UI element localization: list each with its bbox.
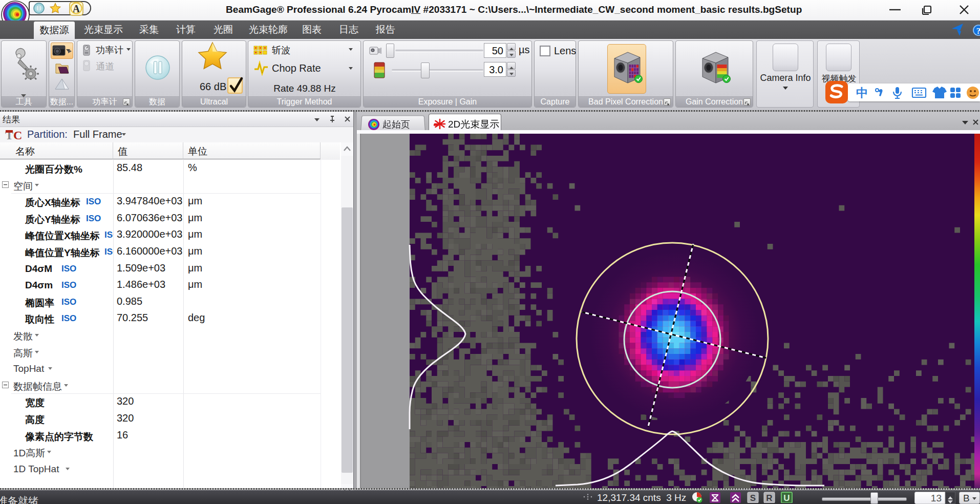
svg-text:U: U xyxy=(783,493,790,503)
svg-text:中: 中 xyxy=(856,86,868,99)
svg-text:R: R xyxy=(766,493,772,503)
svg-text:S: S xyxy=(750,493,756,503)
svg-text:?: ? xyxy=(976,26,980,36)
